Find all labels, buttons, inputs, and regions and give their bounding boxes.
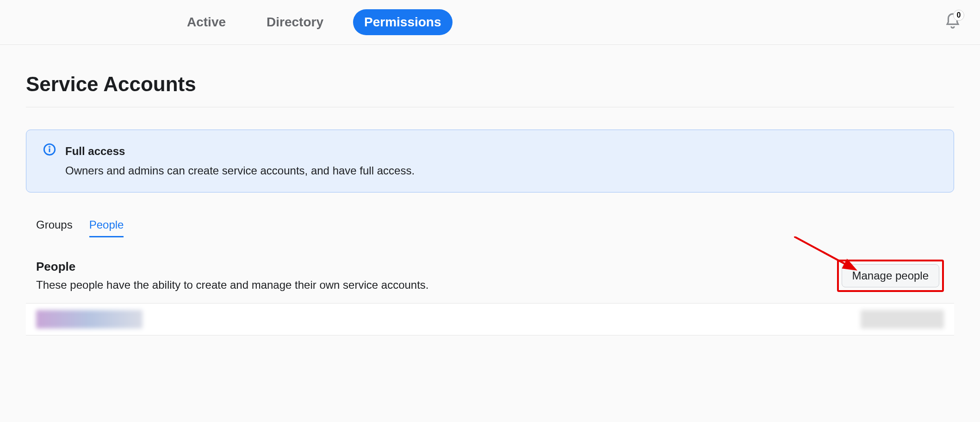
top-navigation: Active Directory Permissions 0 <box>0 0 980 45</box>
subtab-people[interactable]: People <box>89 218 124 237</box>
info-banner: Full access Owners and admins can create… <box>26 130 954 192</box>
notification-count-badge: 0 <box>953 10 964 21</box>
subtabs: Groups People <box>26 218 954 237</box>
tab-permissions[interactable]: Permissions <box>353 9 453 35</box>
redacted-user-meta <box>861 310 944 329</box>
info-icon <box>43 143 56 158</box>
people-description: These people have the ability to create … <box>36 279 429 292</box>
tab-active[interactable]: Active <box>176 9 237 35</box>
redacted-user-name <box>36 310 143 329</box>
main-content: Service Accounts Full access Owners and … <box>0 45 980 363</box>
info-title: Full access <box>65 143 415 160</box>
people-section-text: People These people have the ability to … <box>36 260 429 292</box>
bell-icon <box>944 24 961 31</box>
svg-point-2 <box>49 147 50 147</box>
subtab-groups[interactable]: Groups <box>36 218 73 237</box>
tab-directory[interactable]: Directory <box>255 9 335 35</box>
people-section-header: People These people have the ability to … <box>26 260 954 304</box>
people-list-row <box>26 304 954 335</box>
manage-people-highlight: Manage people <box>837 260 944 292</box>
nav-tabs: Active Directory Permissions <box>176 9 453 35</box>
info-body: Owners and admins can create service acc… <box>65 162 415 179</box>
people-heading: People <box>36 260 429 274</box>
manage-people-button[interactable]: Manage people <box>842 264 939 287</box>
page-title: Service Accounts <box>26 73 954 107</box>
notifications-button[interactable]: 0 <box>944 12 961 32</box>
info-text: Full access Owners and admins can create… <box>65 143 415 179</box>
